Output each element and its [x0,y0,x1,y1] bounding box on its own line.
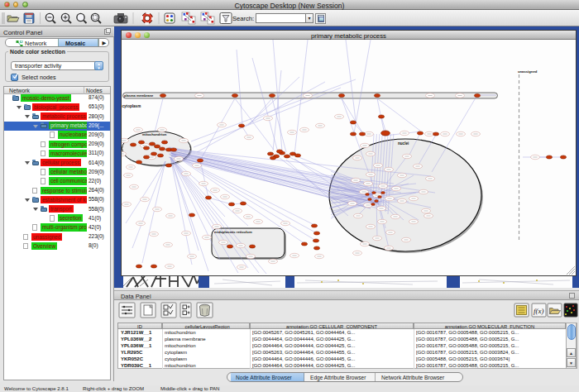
svg-text:f(x): f(x) [534,307,544,315]
svg-text:plasma membrane: plasma membrane [124,93,154,98]
svg-text:endoplasmic reticulum: endoplasmic reticulum [214,230,252,234]
svg-text:mitochondrion: mitochondrion [142,132,167,136]
svg-text:nuclei: nuclei [398,141,409,146]
svg-text:cytoplasm: cytoplasm [122,104,141,108]
svg-text:unassigned: unassigned [518,69,538,74]
